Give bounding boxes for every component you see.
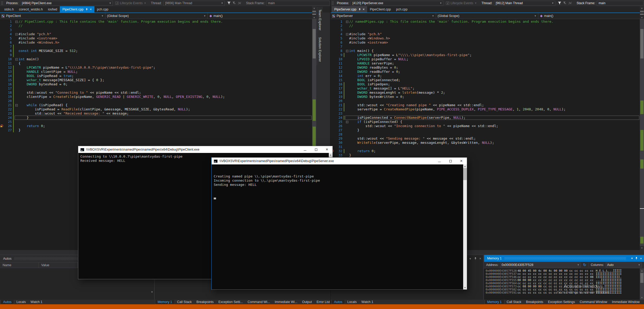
window-position-icon[interactable]: ▼ — [631, 257, 633, 260]
filter-threads-icon[interactable] — [227, 2, 231, 5]
console-title-bar[interactable]: \\VBOXSVR\Experiments\namedPipes\namedPi… — [212, 158, 467, 164]
close-icon[interactable]: × — [479, 257, 481, 260]
tab-pch.cpp[interactable]: pch.cpp — [94, 6, 111, 13]
tool-tab-watch-1[interactable]: Watch 1 — [28, 300, 45, 304]
thread-dropdown[interactable]: [9612] Main Thread▼ — [494, 1, 555, 6]
scroll-up-icon[interactable]: ▲ — [464, 164, 466, 168]
maximize-button[interactable] — [311, 146, 321, 153]
tab-scroll-icon[interactable]: ▼ — [312, 6, 316, 10]
type-dropdown[interactable]: PipeServer ▼ — [331, 13, 436, 19]
close-icon[interactable]: × — [640, 257, 642, 260]
close-icon[interactable]: × — [90, 8, 92, 11]
tool-tab-command-wi-[interactable]: Command Wi... — [245, 300, 272, 304]
memory-scrollbar[interactable]: ▲ ▼ — [640, 269, 644, 300]
splitter-handle[interactable] — [312, 11, 316, 15]
tab-pch.cpp[interactable]: pch.cpp — [393, 6, 410, 13]
minimize-button[interactable] — [434, 158, 445, 164]
scope-dropdown[interactable]: (Global Scope) ▼ — [436, 13, 538, 19]
tab-PipeClient.cpp[interactable]: PipeClient.cpp× — [60, 6, 94, 13]
tool-tab-immediate-wi-[interactable]: Immediate Wi... — [272, 300, 300, 304]
scope-dropdown[interactable]: (Global Scope) ▼ — [105, 13, 208, 19]
tab-scroll-icon[interactable]: ▼ — [640, 6, 644, 10]
tool-tab-call-stack[interactable]: Call Stack — [175, 300, 194, 304]
splitter-handle[interactable] — [640, 11, 644, 15]
scroll-down-icon[interactable]: ▼ — [151, 291, 153, 293]
scroll-up-icon[interactable]: ▲ — [330, 153, 332, 157]
lifecycle-events-button[interactable]: Lifecycle Events ▼ — [115, 1, 146, 5]
tool-tab-command-window[interactable]: Command Window — [577, 300, 610, 304]
process-dropdown[interactable]: [4120] PipeServer.exe▼ — [351, 1, 443, 6]
console-output[interactable]: Creating named pipe \\.\pipe\mantvydas-f… — [212, 164, 463, 289]
scroll-down-icon[interactable]: ▼ — [640, 295, 644, 300]
pin-icon[interactable] — [635, 257, 638, 260]
collapse-icon[interactable]: − — [15, 104, 18, 106]
tool-tab-memory-1[interactable]: Memory 1 — [485, 300, 504, 304]
tool-tab-breakpoints[interactable]: Breakpoints — [524, 300, 546, 304]
collapse-icon[interactable]: − — [15, 58, 18, 61]
reset-filter-icon[interactable] — [232, 2, 236, 5]
tool-tab-output[interactable]: Output — [642, 300, 644, 304]
tab-iosfwd[interactable]: iosfwd — [45, 6, 60, 13]
column-name[interactable]: Name — [0, 263, 39, 268]
thread-dropdown[interactable]: [9656] Main Thread▼ — [163, 1, 225, 6]
scrollbar-thumb[interactable] — [640, 29, 643, 58]
type-dropd own[interactable]: PipeClient ▼ — [0, 13, 105, 19]
pin-icon[interactable] — [86, 8, 88, 11]
collapse-icon[interactable]: − — [346, 33, 348, 35]
stack-frame-dropdown[interactable]: main — [266, 1, 330, 6]
sidebar-tab-solution-explorer[interactable]: Solution Explorer — [317, 34, 323, 65]
scrollbar-thumb[interactable] — [463, 168, 467, 180]
console-title-bar[interactable]: \\VBOXSVR\Experiments\namedPipes\namedPi… — [78, 146, 332, 153]
flagged-threads-icon[interactable] — [568, 2, 572, 5]
scroll-down-icon[interactable]: ▼ — [640, 246, 644, 250]
collapse-icon[interactable]: − — [15, 21, 18, 23]
tool-tab-call-stack[interactable]: Call Stack — [504, 300, 524, 304]
scrollbar-thumb[interactable] — [313, 29, 316, 58]
tab-PipeClient.cpp[interactable]: PipeClient.cpp — [367, 6, 393, 13]
address-input[interactable]: 0x000000E43057F528 ▼ — [500, 263, 581, 268]
flagged-threads-icon[interactable] — [238, 2, 241, 5]
tool-tab-autos[interactable]: Autos — [1, 300, 14, 304]
tool-tab-exception-setti-[interactable]: Exception Setti... — [216, 300, 245, 304]
tool-tab-memory-1[interactable]: Memory 1 — [155, 300, 175, 304]
scrollbar-track[interactable] — [640, 19, 644, 246]
process-dropdown[interactable]: [4984] PipeClient.exe▼ — [20, 1, 113, 6]
close-button[interactable]: × — [456, 158, 467, 164]
pin-icon[interactable] — [474, 257, 477, 260]
stack-frame-dropdown[interactable]: main — [597, 1, 643, 6]
refresh-icon[interactable]: ↻ — [583, 263, 586, 267]
scroll-down-icon[interactable]: ▼ — [464, 286, 466, 289]
minimize-button[interactable] — [300, 146, 311, 153]
reset-filter-icon[interactable] — [563, 2, 567, 5]
tab-PipeServer.cpp[interactable]: PipeServer.cpp× — [332, 6, 367, 13]
close-button[interactable]: × — [321, 146, 332, 153]
breakpoint-warning-icon[interactable] — [1, 124, 3, 127]
memory-panel-title[interactable]: Memory 1 ▼ × — [484, 255, 644, 262]
close-icon[interactable]: × — [363, 8, 365, 11]
pin-icon[interactable] — [359, 8, 361, 11]
tool-tab-locals[interactable]: Locals — [345, 300, 359, 304]
window-position-icon[interactable]: ▼ — [469, 257, 472, 260]
console-scrollbar[interactable]: ▲ ▼ — [463, 164, 467, 289]
tool-tab-breakpoints[interactable]: Breakpoints — [194, 300, 216, 304]
toolbar-grip[interactable] — [332, 1, 334, 5]
tab-stdio.h[interactable]: stdio.h — [2, 6, 16, 13]
scrollbar-thumb[interactable] — [640, 273, 643, 283]
member-dropdown[interactable]: main() — [208, 13, 317, 19]
tool-tab-locals[interactable]: Locals — [14, 300, 28, 304]
tool-tab-immediate-window[interactable]: Immediate Window — [610, 300, 642, 304]
collapse-icon[interactable]: − — [346, 21, 348, 23]
member-dropdown[interactable]: main() — [538, 13, 640, 19]
column-value[interactable]: Value — [39, 263, 78, 268]
toolbar-grip[interactable] — [1, 1, 3, 5]
maximize-button[interactable] — [445, 158, 456, 164]
scroll-up-icon[interactable]: ▲ — [640, 269, 644, 273]
collapse-icon[interactable]: − — [346, 121, 348, 123]
tool-tab-autos[interactable]: Autos — [331, 300, 345, 304]
tool-tab-output[interactable]: Output — [300, 300, 314, 304]
memory-hex-view[interactable]: 0x000000E43057F52848 00 45 00 4c 00 4c 0… — [484, 269, 640, 300]
tool-tab-error-list[interactable]: Error List — [314, 300, 332, 304]
tool-tab-exception-settings[interactable]: Exception Settings — [546, 300, 577, 304]
collapse-icon[interactable]: − — [15, 33, 18, 35]
collapse-icon[interactable]: − — [346, 50, 348, 52]
